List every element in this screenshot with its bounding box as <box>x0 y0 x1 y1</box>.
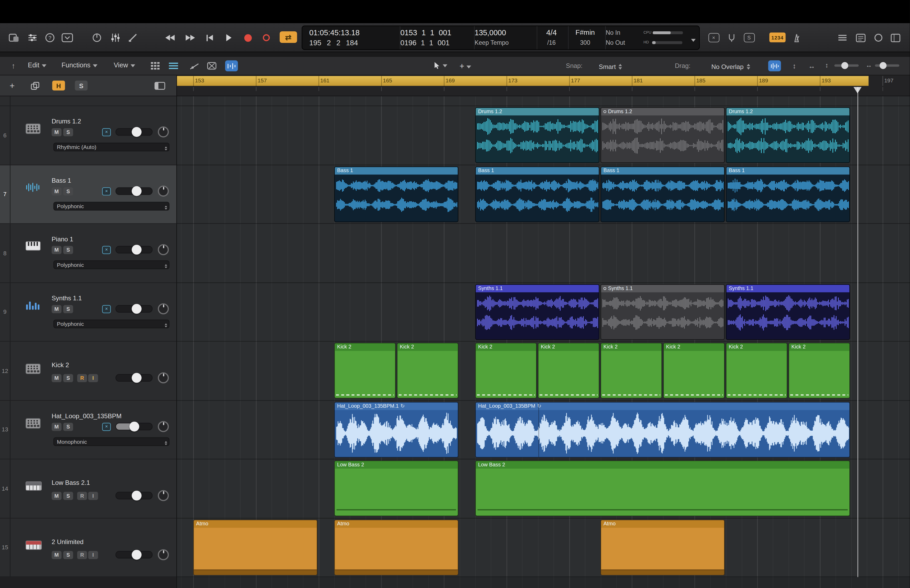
track-lane[interactable]: Hat_Loop_003_135BPM.1↻Hat_Loop_003_135BP… <box>177 401 910 460</box>
track-header[interactable]: 12Kick 2MSRI <box>0 342 176 401</box>
track-header[interactable]: 152 UnlimitedMSRI <box>0 518 176 577</box>
region[interactable]: Drums 1.2 <box>726 107 850 163</box>
snap-dropdown[interactable]: Smart <box>599 62 622 71</box>
solo-button[interactable]: S <box>63 422 73 431</box>
mute-button[interactable]: M <box>52 374 61 382</box>
add-track-button[interactable]: + <box>7 81 18 90</box>
freeze-button[interactable]: × <box>102 305 111 313</box>
smart-controls-icon[interactable] <box>90 32 104 44</box>
track-header[interactable]: 13Hat_Loop_003_135BPMMS×Monophonic <box>0 401 176 460</box>
automation-icon[interactable] <box>188 60 200 71</box>
go-to-beginning-button[interactable] <box>207 32 213 43</box>
volume-slider-knob[interactable] <box>132 549 142 559</box>
region[interactable]: Kick 2 <box>334 343 396 399</box>
pan-knob[interactable] <box>158 490 169 501</box>
mixer-icon[interactable] <box>108 32 123 44</box>
pan-knob[interactable] <box>158 244 169 255</box>
region[interactable]: Kick 2 <box>789 343 850 399</box>
lcd-display[interactable]: 01:05:45:13.18 195 2 2 184 0153 1 1 001 … <box>302 26 700 50</box>
input-monitor-button[interactable]: I <box>88 374 98 382</box>
hide-tracks-button[interactable]: H <box>52 81 65 90</box>
volume-slider-knob[interactable] <box>132 373 142 383</box>
volume-slider-knob[interactable] <box>132 127 142 137</box>
track-lane[interactable]: Synths 1.1Synths 1.1Synths 1.1 <box>177 283 910 342</box>
menu-functions[interactable]: Functions <box>61 61 97 68</box>
note-pads-icon[interactable] <box>853 32 867 44</box>
solo-button[interactable]: S <box>63 551 73 559</box>
vertical-auto-zoom-icon[interactable]: ↕ <box>788 60 800 71</box>
region[interactable]: Bass 1 <box>334 166 458 222</box>
browsers-icon[interactable] <box>888 32 902 44</box>
region[interactable]: Low Bass 2 <box>475 460 850 516</box>
bar-ruler[interactable]: 153157161165169173177181185189193197 <box>177 75 910 96</box>
volume-slider[interactable] <box>115 551 152 558</box>
track-mode-dropdown[interactable]: Rhythmic (Auto) <box>53 143 170 151</box>
pan-knob[interactable] <box>158 421 169 432</box>
lcd-mode-chevron-icon[interactable] <box>689 34 696 45</box>
solo-button[interactable]: S <box>63 246 73 254</box>
pan-knob[interactable] <box>158 126 169 137</box>
region[interactable]: Synths 1.1 <box>601 284 725 340</box>
input-monitor-button[interactable]: I <box>88 492 98 500</box>
library-icon[interactable] <box>7 32 21 44</box>
up-arrow-icon[interactable]: ↑ <box>7 60 19 71</box>
solo-button[interactable]: S <box>63 374 73 382</box>
track-header[interactable]: 6Drums 1.2MS×Rhythmic (Auto) <box>0 106 176 165</box>
menu-edit[interactable]: Edit <box>28 61 46 68</box>
region[interactable]: Kick 2 <box>726 343 787 399</box>
region[interactable]: Bass 1 <box>726 166 850 222</box>
volume-slider-knob[interactable] <box>132 304 142 313</box>
mute-button[interactable]: M <box>52 492 61 500</box>
region-inspector-toggle-icon[interactable] <box>153 81 166 90</box>
region[interactable]: Kick 2 <box>475 343 537 399</box>
region[interactable]: Hat_Loop_003_135BPM.1↻ <box>334 402 458 457</box>
horizontal-zoom-slider[interactable] <box>875 65 899 67</box>
horizontal-auto-zoom-icon[interactable]: ↔ <box>805 60 818 71</box>
region[interactable]: Bass 1 <box>601 166 725 222</box>
volume-slider[interactable] <box>115 246 152 254</box>
lcd-key[interactable]: F#min 300 <box>568 26 602 49</box>
region[interactable]: Kick 2 <box>397 343 458 399</box>
volume-slider-knob[interactable] <box>132 245 142 255</box>
volume-slider-knob[interactable] <box>132 186 142 195</box>
track-mode-dropdown[interactable]: Polyphonic <box>53 319 170 328</box>
toolbar-toggle-icon[interactable] <box>60 32 74 44</box>
pointer-tool-dropdown[interactable] <box>434 61 448 69</box>
track-header[interactable]: 14Low Bass 2.1MSRI <box>0 459 176 518</box>
region[interactable]: Drums 1.2 <box>475 107 600 163</box>
mute-button[interactable]: M <box>52 551 61 559</box>
region[interactable]: Low Bass 2 <box>334 460 458 516</box>
freeze-button[interactable]: × <box>102 246 111 254</box>
quick-help-icon[interactable]: ? <box>43 32 57 44</box>
duplicate-track-button[interactable] <box>29 81 40 90</box>
freeze-button[interactable]: × <box>102 422 111 431</box>
track-mode-dropdown[interactable]: Polyphonic <box>53 202 170 210</box>
play-button[interactable] <box>226 32 231 43</box>
mute-button[interactable]: M <box>52 187 61 195</box>
tuner-icon[interactable] <box>725 32 739 44</box>
editors-icon[interactable] <box>126 32 141 44</box>
lcd-time-signature[interactable]: 4/4 /16 <box>537 26 566 49</box>
region[interactable]: Drums 1.2 <box>601 107 725 163</box>
cycle-button[interactable]: ⇄ <box>280 32 297 42</box>
volume-slider[interactable] <box>115 422 152 430</box>
region[interactable]: Synths 1.1 <box>726 284 850 340</box>
solo-button[interactable]: S <box>63 305 73 313</box>
record-button[interactable] <box>244 32 252 43</box>
track-lane[interactable] <box>177 224 910 283</box>
region[interactable]: Kick 2 <box>663 343 725 399</box>
metronome-icon[interactable] <box>790 32 803 44</box>
secondary-tool-dropdown[interactable]: + <box>459 61 471 71</box>
list-view-icon[interactable] <box>167 60 180 71</box>
flex-button[interactable] <box>225 60 238 71</box>
solo-button[interactable]: S <box>63 187 73 195</box>
region[interactable]: Bass 1 <box>475 166 600 222</box>
rewind-button[interactable] <box>165 32 175 43</box>
no-input-icon[interactable]: × <box>707 32 721 44</box>
volume-slider[interactable] <box>115 128 152 136</box>
region[interactable]: Kick 2 <box>538 343 600 399</box>
solo-button[interactable]: S <box>63 128 73 136</box>
region[interactable]: Atmo <box>601 519 725 575</box>
region[interactable]: Kick 2 <box>601 343 662 399</box>
track-lane[interactable]: AtmoAtmoAtmo <box>177 518 910 577</box>
